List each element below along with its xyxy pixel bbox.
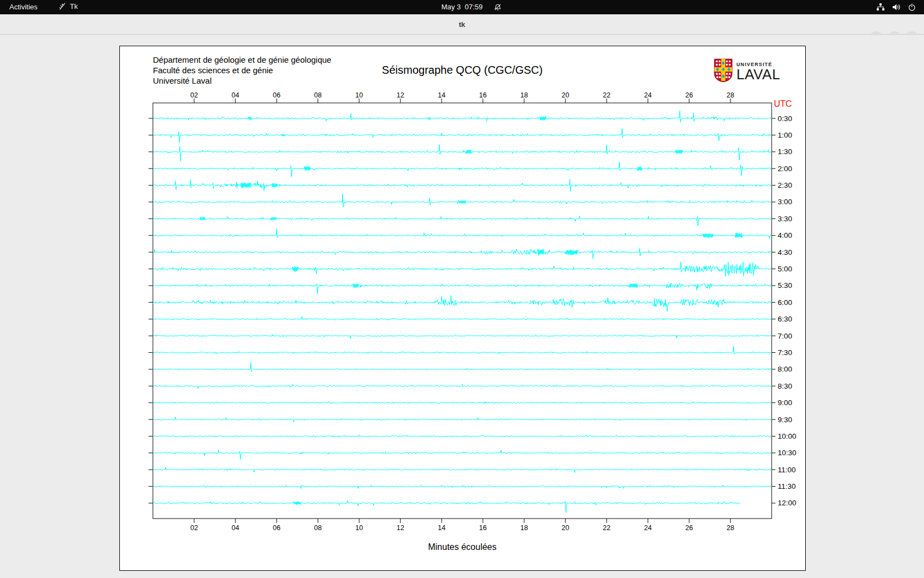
seismogram-trace xyxy=(153,467,772,473)
speaker-icon xyxy=(892,3,901,11)
x-tick-label-top: 14 xyxy=(438,91,446,99)
seismogram-trace xyxy=(153,317,772,320)
x-tick-label-top: 28 xyxy=(727,91,734,99)
x-tick-label-top: 24 xyxy=(644,91,652,99)
window-title-bar: tk xyxy=(0,14,924,35)
x-tick-label-bottom: 02 xyxy=(190,524,198,532)
row-time-label: 9:00 xyxy=(778,399,792,407)
wired-network-icon xyxy=(876,3,885,11)
x-tick-label-top: 04 xyxy=(232,91,239,99)
row-time-label: 0:30 xyxy=(778,114,792,123)
row-time-label: 5:30 xyxy=(778,281,792,290)
bell-muted-icon xyxy=(494,3,502,11)
x-tick-label-bottom: 12 xyxy=(397,524,404,532)
x-tick-label-top: 26 xyxy=(685,91,693,99)
row-time-label: 9:30 xyxy=(778,416,792,424)
seismogram-trace xyxy=(153,435,772,437)
seismogram-trace xyxy=(153,296,772,312)
x-tick-label-top: 20 xyxy=(562,91,569,99)
row-time-label: 2:30 xyxy=(778,181,792,189)
seismogram-trace xyxy=(153,384,772,389)
plot-frame xyxy=(153,103,772,519)
x-tick-label-bottom: 08 xyxy=(314,524,322,532)
seismogram-trace xyxy=(153,248,772,259)
row-time-label: 8:30 xyxy=(778,382,792,390)
clock[interactable]: May 3 07:59 xyxy=(0,3,924,11)
row-time-label: 6:00 xyxy=(778,298,792,307)
row-time-label: 10:00 xyxy=(778,432,796,440)
seismogram-trace xyxy=(153,346,772,355)
seismogram-trace xyxy=(153,485,772,488)
seismogram-trace xyxy=(153,194,772,207)
row-time-label: 1:00 xyxy=(778,131,792,139)
x-tick-label-bottom: 04 xyxy=(232,524,239,532)
seismogram-trace xyxy=(153,111,772,122)
x-tick-label-bottom: 22 xyxy=(603,524,610,532)
seismogram-trace xyxy=(153,417,772,422)
seismogram-plot: 0202040406060808101012121414161618182020… xyxy=(120,46,805,570)
seismogram-trace xyxy=(153,262,772,276)
row-time-label: 1:30 xyxy=(778,148,792,156)
x-tick-label-bottom: 16 xyxy=(479,524,487,532)
row-time-label: 8:00 xyxy=(778,365,792,373)
x-tick-label-bottom: 10 xyxy=(355,524,363,532)
seismogram-trace xyxy=(153,450,772,460)
top-bar: Activities Tk May 3 07:59 xyxy=(0,0,924,14)
window-title: tk xyxy=(0,14,924,35)
seismogram-trace xyxy=(153,334,772,339)
row-time-label: 10:30 xyxy=(778,449,796,457)
x-tick-label-top: 18 xyxy=(520,91,528,99)
x-axis-title: Minutes écoulées xyxy=(153,542,772,552)
row-time-label: 7:00 xyxy=(778,332,792,340)
row-time-label: 3:00 xyxy=(778,198,792,206)
row-time-label: 5:00 xyxy=(778,265,792,273)
seismogram-trace xyxy=(153,229,772,239)
row-time-label: 6:30 xyxy=(778,315,792,323)
x-tick-label-bottom: 26 xyxy=(685,524,693,532)
window-content: Département de géologie et de génie géol… xyxy=(0,35,924,578)
seismogram-trace xyxy=(153,179,772,192)
x-tick-label-top: 02 xyxy=(190,91,198,99)
x-tick-label-bottom: 24 xyxy=(644,524,652,532)
seismogram-trace xyxy=(153,145,772,161)
x-tick-label-top: 06 xyxy=(273,91,280,99)
power-icon xyxy=(908,3,916,11)
seismogram-trace xyxy=(153,162,772,177)
row-time-label: 4:00 xyxy=(778,231,792,239)
seismogram-trace xyxy=(153,402,772,404)
x-tick-label-top: 22 xyxy=(603,91,610,99)
x-tick-label-bottom: 18 xyxy=(520,524,528,532)
seismogram-trace xyxy=(153,362,772,372)
seismogram-trace xyxy=(153,500,740,512)
system-status-area[interactable] xyxy=(876,3,916,11)
row-time-label: 3:30 xyxy=(778,215,792,223)
seismogram-trace xyxy=(153,283,772,294)
row-time-label: 7:30 xyxy=(778,348,792,357)
row-time-label: 12:00 xyxy=(778,499,796,507)
x-tick-label-bottom: 14 xyxy=(438,524,446,532)
x-tick-label-top: 12 xyxy=(397,91,404,99)
row-time-label: 4:30 xyxy=(778,248,792,257)
seismograph-canvas: Département de géologie et de génie géol… xyxy=(119,46,806,571)
x-tick-label-bottom: 06 xyxy=(273,524,280,532)
row-time-label: 11:00 xyxy=(778,466,796,474)
x-tick-label-bottom: 20 xyxy=(562,524,569,532)
x-tick-label-bottom: 28 xyxy=(727,524,734,532)
seismogram-trace xyxy=(153,128,772,143)
seismogram-trace xyxy=(153,216,772,226)
row-time-label: 11:30 xyxy=(778,482,796,490)
x-tick-label-top: 10 xyxy=(355,91,363,99)
x-tick-label-top: 16 xyxy=(479,91,487,99)
row-time-label: 2:00 xyxy=(778,165,792,173)
x-tick-label-top: 08 xyxy=(314,91,322,99)
